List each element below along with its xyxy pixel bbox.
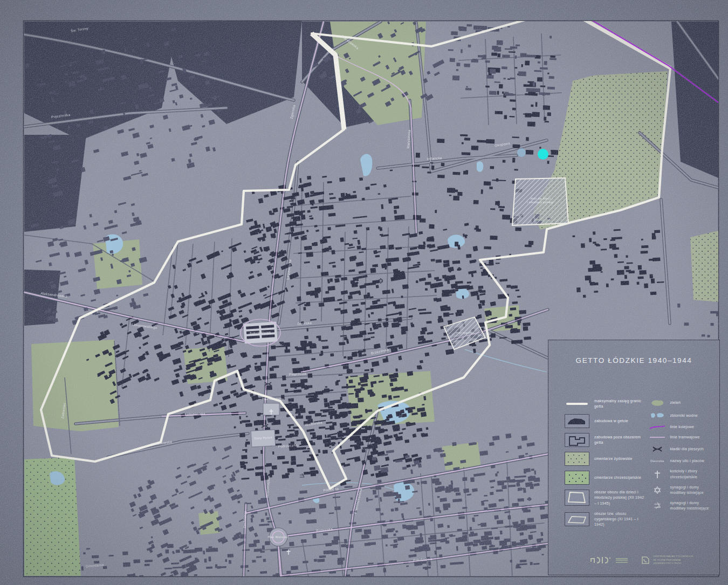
legend-item-christian-cemeteries: cmentarze chrześcijańskie [565,471,645,485]
museum-logo-text-lines [616,557,628,563]
legend-left-column: maksymalny zasięg granic getta zabudowa … [565,398,645,532]
legend-item-tram: linie tramwajowe [649,435,714,440]
research-center-logo: CENTRUM BADAŃ ŻYDOWSKICH IM. FILIPA FRIE… [641,555,693,566]
place-label: Plac Kościelny [262,397,284,401]
legend-item-buildings-outside: zabudowa poza obszarem getta [565,433,645,447]
legend-item-churches: kościoły i zbory chrześcijańskie [649,469,714,479]
legend-item-boundary: maksymalny zasięg granic getta [565,398,645,409]
church-cross-icon [649,470,665,479]
legend-item-synagogues-gone: synagogi i domy modlitwy nieistniejące [649,500,714,511]
legend-body: maksymalny zasięg granic getta zabudowa … [565,398,714,532]
star-of-david-icon [649,485,665,495]
legend-item-jewish-cemeteries: cmentarze żydowskie [565,452,645,466]
camp-label: i młodzieży polskiej [527,201,554,204]
place-label: Plac Wolności [268,535,289,539]
publisher-logos: CENTRUM BADAŃ ŻYDOWSKICH IM. FILIPA FRIE… [589,554,693,566]
legend-item-footbridges: kładki dla pieszych [649,445,714,453]
university-logo-icon [641,555,650,565]
museum-logo [589,554,628,566]
water-icon [649,412,665,419]
greenery-icon [649,398,665,407]
children-camp-swatch-icon [565,490,589,506]
legend-item-railway: linie kolejowe [649,424,714,430]
legend-item-synagogues-existing: synagogi i domy modlitwy istniejące [649,485,714,495]
legend-item-buildings-ghetto: zabudowa w getcie [565,414,645,428]
jewish-cemetery-swatch-icon [565,452,589,466]
legend-item-gypsy-camp: obszar tzw. obozu cygańskiego (XI 1941 –… [565,511,645,527]
legend-right-column: zieleń zbiorniki wodne linie kolejowe [649,398,714,532]
christian-cemetery-swatch-icon [565,471,589,485]
legend-panel: GETTO ŁÓDZKIE 1940–1944 maksymalny zasię… [548,340,720,575]
camp-label: obóz dla dzieci [530,197,551,200]
outside-buildings-swatch-icon [565,433,589,447]
railway-line-icon [649,424,665,430]
broken-star-icon [649,501,665,511]
ghetto-buildings-swatch-icon [565,414,589,428]
hebrew-letters-logo-icon [589,554,613,566]
gypsy-camp-swatch-icon [565,512,589,526]
highlight-marker [538,149,548,160]
legend-item-children-camp: obszar obozu dla dzieci i młodzieży pols… [565,490,645,506]
legend-item-water: zbiorniki wodne [649,412,714,419]
map-poster: Św. TeresyPojezierskaWarszawskaZgierskaM… [0,0,728,585]
camp-label: obóz cygański [455,331,475,334]
map-title: GETTO ŁÓDZKIE 1940–1944 [548,356,719,364]
boundary-swatch-icon [565,403,589,405]
legend-item-street-names: Dworska nazwy ulic i placów [649,458,714,464]
legend-item-greenery: zieleń [649,398,714,407]
research-center-logo-text: CENTRUM BADAŃ ŻYDOWSKICH IM. FILIPA FRIE… [653,555,693,566]
footbridge-icon [649,445,665,453]
street-name-sample: Dworska [649,459,665,463]
tram-line-icon [649,436,665,439]
